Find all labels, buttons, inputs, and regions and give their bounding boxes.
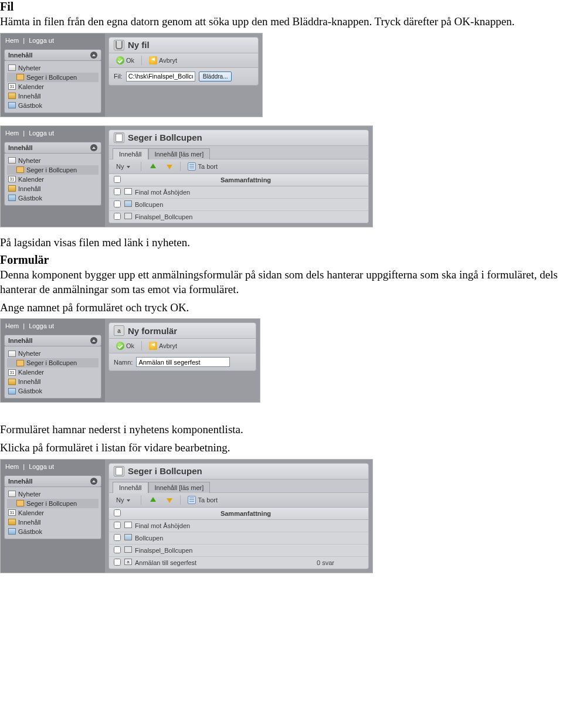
nav-logout-link[interactable]: Logga ut xyxy=(29,322,54,329)
cancel-button[interactable]: Avbryt xyxy=(147,341,179,351)
table-row[interactable]: Final mot Åshöjden xyxy=(109,186,368,199)
sidebar-item-label: Nyheter xyxy=(18,491,41,498)
new-label: Ny xyxy=(116,163,124,170)
sidebar-item[interactable]: Innehåll xyxy=(7,518,99,527)
nav-home-link[interactable]: Hem xyxy=(5,463,19,470)
sidebar-item-label: Kalender xyxy=(18,509,44,516)
folder-icon xyxy=(8,379,16,385)
sidebar-item[interactable]: Kalender xyxy=(7,508,99,518)
panel-toolbar: Ok Avbryt xyxy=(108,339,256,353)
ok-button[interactable]: Ok xyxy=(114,56,137,65)
page-icon xyxy=(114,132,124,143)
table-row[interactable]: Bollcupen xyxy=(109,532,368,545)
sidebar-item[interactable]: Seger i Bollcupen xyxy=(7,499,99,508)
move-down-button[interactable] xyxy=(162,495,175,505)
table-row[interactable]: Finalspel_Bollcupen xyxy=(109,545,368,557)
txt-icon xyxy=(124,188,132,195)
cancel-icon xyxy=(149,342,157,350)
paragraph-form-3: Formuläret hamnar nederst i nyhetens kom… xyxy=(0,423,563,437)
sidebar-item[interactable]: Kalender xyxy=(7,175,99,184)
move-down-button[interactable] xyxy=(162,162,175,171)
delete-icon xyxy=(188,496,196,504)
panel-header: Seger i Bollcupen xyxy=(108,130,369,146)
remove-label: Ta bort xyxy=(198,163,218,170)
table-row[interactable]: Anmälan till segerfest0 svar xyxy=(109,557,368,569)
select-all-checkbox[interactable] xyxy=(114,176,121,183)
paragraph-fil: Hämta in filen från den egna datorn geno… xyxy=(0,15,563,29)
sidebar-item[interactable]: Gästbok xyxy=(7,386,99,396)
sidebar-item[interactable]: Nyheter xyxy=(7,349,99,358)
sidebar-item[interactable]: Nyheter xyxy=(7,63,99,73)
sidebar-item[interactable]: Innehåll xyxy=(7,184,99,193)
remove-button[interactable]: Ta bort xyxy=(185,162,220,171)
row-checkbox[interactable] xyxy=(114,188,121,195)
new-dropdown[interactable]: Ny xyxy=(114,162,136,171)
panel-title: Ny formulär xyxy=(128,326,177,336)
sidebar-item[interactable]: Nyheter xyxy=(7,489,99,499)
column-summary: Sammanfattning xyxy=(128,510,364,517)
tab-innehall-lasmer[interactable]: Innehåll [läs mer] xyxy=(148,148,211,159)
sidebar-item[interactable]: Kalender xyxy=(7,82,99,91)
list-toolbar: Ny Ta bort xyxy=(108,493,369,508)
sidebar-item-label: Kalender xyxy=(18,176,44,183)
move-up-button[interactable] xyxy=(146,162,159,171)
table-row[interactable]: Finalspel_Bollcupen xyxy=(109,211,368,223)
nav-logout-link[interactable]: Logga ut xyxy=(29,37,54,44)
book-icon xyxy=(8,102,16,108)
sidebar-item[interactable]: Nyheter xyxy=(7,156,99,165)
sidebar-item[interactable]: Gästbok xyxy=(7,527,99,536)
ok-icon xyxy=(116,56,124,64)
sidebar-item-label: Nyheter xyxy=(18,350,41,357)
top-nav: Hem | Logga ut xyxy=(1,460,105,474)
row-checkbox[interactable] xyxy=(114,200,121,207)
heading-formular: Formulär xyxy=(0,253,563,267)
folder-icon xyxy=(8,93,16,99)
remove-button[interactable]: Ta bort xyxy=(185,495,220,505)
tab-innehall[interactable]: Innehåll xyxy=(113,148,148,159)
row-checkbox[interactable] xyxy=(114,534,121,541)
row-checkbox[interactable] xyxy=(114,559,121,566)
table-row[interactable]: Bollcupen xyxy=(109,199,368,211)
sidebar-item[interactable]: Seger i Bollcupen xyxy=(7,358,99,368)
sidebar-section-header[interactable]: Innehåll xyxy=(4,142,101,154)
panel-title: Ny fil xyxy=(128,40,150,50)
row-checkbox[interactable] xyxy=(114,522,121,529)
row-checkbox[interactable] xyxy=(114,546,121,553)
panel-header: Seger i Bollcupen xyxy=(108,463,369,479)
sidebar-item[interactable]: Seger i Bollcupen xyxy=(7,165,99,175)
sidebar-item[interactable]: Gästbok xyxy=(7,101,99,110)
cancel-label: Avbryt xyxy=(159,342,177,349)
row-checkbox[interactable] xyxy=(114,213,121,220)
tab-innehall[interactable]: Innehåll xyxy=(113,482,148,493)
sidebar-section-header[interactable]: Innehåll xyxy=(4,475,101,487)
sidebar-item[interactable]: Innehåll xyxy=(7,91,99,101)
table-row[interactable]: Final mot Åshöjden xyxy=(109,520,368,532)
sidebar-item-label: Gästbok xyxy=(18,195,42,202)
name-input[interactable] xyxy=(136,357,230,367)
cal-icon xyxy=(8,83,16,90)
sidebar-item[interactable]: Gästbok xyxy=(7,193,99,203)
select-all-checkbox[interactable] xyxy=(114,509,121,516)
sidebar-item[interactable]: Seger i Bollcupen xyxy=(7,73,99,82)
sidebar-section-header[interactable]: Innehåll xyxy=(4,49,101,61)
doc-icon xyxy=(124,546,132,553)
panel-toolbar: Ok Avbryt xyxy=(108,53,259,68)
nav-logout-link[interactable]: Logga ut xyxy=(29,130,54,137)
cancel-button[interactable]: Avbryt xyxy=(147,56,179,65)
new-dropdown[interactable]: Ny xyxy=(114,495,136,505)
paragraph-form-4: Klicka på formuläret i listan för vidare… xyxy=(0,441,563,455)
ok-button[interactable]: Ok xyxy=(114,341,137,351)
move-up-button[interactable] xyxy=(146,495,159,505)
browse-button[interactable]: Bläddra... xyxy=(199,72,232,81)
nav-home-link[interactable]: Hem xyxy=(5,130,19,137)
file-path-input[interactable] xyxy=(126,72,195,81)
tab-innehall-lasmer[interactable]: Innehåll [läs mer] xyxy=(148,482,211,493)
sidebar-section-header[interactable]: Innehåll xyxy=(4,335,101,346)
nav-logout-link[interactable]: Logga ut xyxy=(29,463,54,470)
sidebar-item[interactable]: Kalender xyxy=(7,368,99,377)
nav-home-link[interactable]: Hem xyxy=(5,37,19,44)
frm-icon xyxy=(124,559,132,565)
nav-home-link[interactable]: Hem xyxy=(5,322,19,329)
nav-separator: | xyxy=(23,322,25,329)
sidebar-item[interactable]: Innehåll xyxy=(7,377,99,386)
